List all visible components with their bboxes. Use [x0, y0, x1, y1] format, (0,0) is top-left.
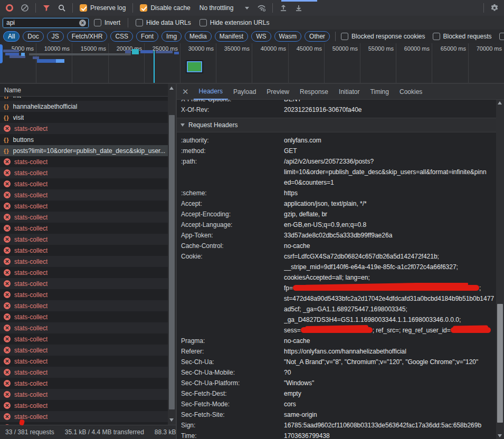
hide-data-urls-checkbox[interactable]: Hide data URLs	[132, 19, 194, 26]
settings-button[interactable]	[488, 2, 501, 14]
type-pill-list: AllDocJSFetch/XHRCSSFontImgMediaManifest…	[3, 31, 330, 42]
request-row[interactable]: ✕stats-collect	[0, 378, 168, 389]
checkbox-3rd-party-requests[interactable]: 3rd-party requests	[499, 33, 504, 40]
disclosure-triangle-icon	[180, 123, 185, 127]
header-value: cors	[284, 399, 496, 409]
scroll-up-icon[interactable]	[498, 101, 502, 104]
request-row[interactable]: ✕stats-collect	[0, 389, 168, 400]
network-conditions-button[interactable]	[255, 2, 269, 14]
header-value-text: fp=	[284, 284, 293, 292]
clear-filter-icon[interactable]: ×	[79, 20, 86, 26]
checkbox-blocked-response-cookies[interactable]: Blocked response cookies	[341, 33, 425, 40]
request-row[interactable]: {}init	[0, 97, 168, 101]
request-row[interactable]: ✕stats-collect	[0, 178, 168, 189]
request-row[interactable]: ✕stats-collect	[0, 356, 168, 367]
details-scrollbar[interactable]	[496, 100, 504, 439]
request-headers-section[interactable]: Request Headers	[177, 118, 496, 132]
tab-cookies[interactable]: Cookies	[394, 84, 427, 100]
filter-input[interactable]	[5, 18, 79, 27]
request-row[interactable]: ✕stats-collect	[0, 278, 168, 289]
request-row[interactable]: ✕stats-collect	[0, 156, 168, 167]
request-row[interactable]: ✕stats-collect	[0, 411, 168, 422]
timeline-overview[interactable]: 5000 ms10000 ms15000 ms20000 ms25000 ms3…	[0, 43, 504, 83]
header-row: Sec-Fetch-Dest:empty	[177, 388, 496, 399]
filter-pill-media[interactable]: Media	[185, 31, 212, 42]
checkbox-blocked-requests[interactable]: Blocked requests	[433, 33, 492, 40]
disable-cache-checkbox[interactable]: Disable cache	[137, 4, 193, 12]
request-row[interactable]: ✕stats-collect	[0, 167, 168, 178]
header-value-text: sess=	[284, 327, 301, 334]
tab-timing[interactable]: Timing	[365, 84, 394, 100]
request-name-label: stats-collect	[14, 158, 47, 166]
request-row[interactable]: ✕stats-collect	[0, 234, 168, 245]
request-row[interactable]: ✕stats-collect	[0, 267, 168, 278]
error-icon: ✕	[4, 413, 11, 420]
request-row[interactable]: ✕stats-collect	[0, 311, 168, 322]
header-name: Pragma:	[177, 336, 284, 346]
clear-button[interactable]	[18, 2, 32, 14]
header-value-line: ad5cf; _ga=GA1.1.689275447.1698003345;	[284, 304, 494, 314]
request-row[interactable]: {}posts?limit=10&order=publish_date_desc…	[0, 145, 168, 156]
search-button[interactable]	[55, 2, 69, 14]
record-button[interactable]	[3, 2, 16, 14]
request-row[interactable]: ✕stats-collect	[0, 322, 168, 333]
filter-pill-wasm[interactable]: Wasm	[274, 31, 302, 42]
request-row[interactable]: ✕stats-collect	[0, 289, 168, 300]
filter-pill-fetch-xhr[interactable]: Fetch/XHR	[67, 31, 108, 42]
filter-pill-other[interactable]: Other	[305, 31, 330, 42]
filter-pill-manifest[interactable]: Manifest	[215, 31, 248, 42]
request-row[interactable]: ✕stats-collect	[0, 367, 168, 378]
request-row[interactable]: ✕stats-collect	[0, 256, 168, 267]
name-column-header[interactable]: Name	[0, 84, 168, 97]
filter-pill-all[interactable]: All	[3, 31, 20, 42]
import-har-button[interactable]	[277, 2, 290, 14]
transferred-size: 35.1 kB / 4.4 MB transferred	[60, 428, 149, 436]
scrollbar-thumb[interactable]	[497, 304, 503, 423]
request-list-scrollbar[interactable]	[168, 84, 176, 425]
tab-initiator[interactable]: Initiator	[334, 84, 365, 100]
invert-checkbox[interactable]: Invert	[91, 19, 123, 26]
header-value: DENY	[284, 100, 496, 104]
export-har-button[interactable]	[292, 2, 306, 14]
filter-pill-doc[interactable]: Doc	[23, 31, 43, 42]
filter-pill-ws[interactable]: WS	[251, 31, 271, 42]
filter-input-box: ×	[3, 18, 89, 28]
error-icon: ✕	[4, 291, 11, 298]
request-row[interactable]: ✕stats-collect	[0, 223, 168, 234]
header-name: Sec-Fetch-Dest:	[177, 388, 284, 399]
scrollbar-thumb[interactable]	[169, 115, 175, 409]
request-row[interactable]: ✕stats-collect	[0, 201, 168, 212]
hide-extension-urls-checkbox[interactable]: Hide extension URLs	[196, 19, 273, 26]
tab-response[interactable]: Response	[294, 84, 334, 100]
tab-preview[interactable]: Preview	[261, 84, 294, 100]
request-row[interactable]: ✕stats-collect	[0, 189, 168, 201]
request-row[interactable]: ✕stats-collect	[0, 123, 168, 134]
request-row[interactable]: ✕stats-collect	[0, 300, 168, 311]
tab-payload[interactable]: Payload	[228, 84, 261, 100]
request-row[interactable]: {}hannahelizabethofficial	[0, 101, 168, 112]
request-row[interactable]: ✕stats-collect	[0, 400, 168, 411]
export-har-icon	[294, 4, 303, 12]
request-row[interactable]: ✕stats-collect	[0, 212, 168, 223]
filter-toggle-button[interactable]	[40, 2, 53, 14]
header-value-line: st=472d48a90d5433bfc2a2d17042e4dfdcafd31…	[284, 293, 494, 304]
tab-headers[interactable]: Headers	[194, 84, 228, 100]
scroll-up-icon[interactable]	[169, 87, 174, 90]
scroll-down-icon[interactable]	[498, 434, 502, 437]
filter-pill-font[interactable]: Font	[136, 31, 158, 42]
hide-extension-urls-label: Hide extension URLs	[210, 19, 270, 26]
scroll-down-icon[interactable]	[169, 418, 174, 422]
request-row[interactable]: ✕stats-collect	[0, 333, 168, 345]
close-icon[interactable]: ✕	[177, 87, 194, 97]
header-value: "Windows"	[284, 378, 496, 388]
request-row[interactable]: {}visit	[0, 112, 168, 123]
filter-pill-css[interactable]: CSS	[110, 31, 133, 42]
filter-pill-js[interactable]: JS	[47, 31, 64, 42]
header-row: Time:1703636799438	[177, 431, 496, 439]
request-row[interactable]: {}buttons	[0, 134, 168, 145]
preserve-log-checkbox[interactable]: Preserve log	[77, 4, 129, 12]
throttling-dropdown[interactable]: No throttling	[195, 4, 254, 12]
request-row[interactable]: ✕stats-collect	[0, 345, 168, 356]
filter-pill-img[interactable]: Img	[161, 31, 182, 42]
request-row[interactable]: ✕stats-collect	[0, 245, 168, 256]
